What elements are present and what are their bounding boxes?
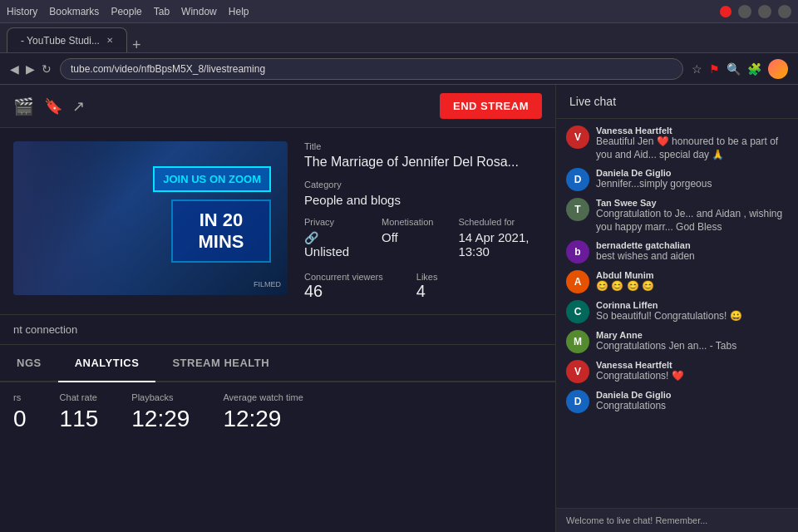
chat-avatar: D [566,168,589,191]
bookmark-icon[interactable]: 🔖 [44,97,62,116]
browser-notification-icon [720,6,732,17]
chat-content: bernadette gatchalian best wishes and ai… [596,240,788,264]
analytics-avg-watch: Average watch time 12:29 [223,392,303,432]
toolbar-icons: ☆ ⚑ 🔍 🧩 [692,59,788,79]
chat-text: Congratulations Jen an... - Tabs [596,340,788,353]
browser-icon-4 [778,5,791,18]
refresh-button[interactable]: ↻ [42,62,52,76]
star-icon[interactable]: ☆ [692,62,702,76]
stream-title: The Marriage of Jennifer Del Rosa... [304,155,542,170]
mins-line2: MINS [181,231,261,253]
chat-content: Vanessa Heartfelt Congratulations! ❤️ [596,360,788,383]
chat-username: Corinna Liffen [596,300,788,310]
analytics-section: rs 0 Chat rate 115 Playbacks 12:29 Avera… [0,382,555,442]
likes-item: Likes 4 [416,272,438,301]
chat-content: Daniela De Giglio Jennifer...simply gorg… [596,168,788,191]
share-icon[interactable]: ↗ [72,97,85,116]
tab-close-button[interactable]: ✕ [106,36,113,45]
chat-content: Corinna Liffen So beautiful! Congratulat… [596,300,788,323]
film-icon[interactable]: 🎬 [13,96,34,116]
chat-message: T Tan Swee Say Congratulation to Je... a… [566,198,788,234]
chat-messages[interactable]: V Vanessa Heartfelt Beautiful Jen ❤️ hon… [556,119,798,508]
analytics-chat-rate: Chat rate 115 [60,392,99,432]
tab-analytics[interactable]: ANALYTICS [58,345,156,381]
browser-icon-2 [738,5,751,18]
address-bar: ◀ ▶ ↻ ☆ ⚑ 🔍 🧩 [0,53,798,85]
scheduled-value: 14 Apr 2021, 13:30 [458,230,542,259]
person-silhouette [13,141,130,295]
chat-message: A Abdul Munim 😊 😊 😊 😊 [566,270,788,293]
browser-chrome: History Bookmarks People Tab Window Help [0,0,798,23]
live-chat-header: Live chat [556,85,798,119]
chat-message: b bernadette gatchalian best wishes and … [566,240,788,264]
menu-history[interactable]: History [7,6,37,17]
chat-message: C Corinna Liffen So beautiful! Congratul… [566,300,788,323]
chat-avatar: V [566,360,589,383]
scheduled-label: Scheduled for [458,217,542,227]
avg-watch-label: Average watch time [223,392,303,402]
menu-help[interactable]: Help [229,6,249,17]
chat-username: Vanessa Heartfelt [596,126,788,135]
chat-username: bernadette gatchalian [596,240,788,250]
thumbnail-mins-text: IN 20 MINS [171,200,271,263]
forward-button[interactable]: ▶ [26,62,35,76]
chat-content: Mary Anne Congratulations Jen an... - Ta… [596,330,788,353]
chat-rate-value: 115 [60,406,99,432]
tab-ngs[interactable]: NGS [0,345,58,381]
browser-icon-3 [758,5,771,18]
chat-username: Abdul Munim [596,270,788,280]
stream-details: Title The Marriage of Jennifer Del Rosa.… [304,141,542,301]
chat-text: Jennifer...simply gorgeous [596,178,788,191]
menu-people[interactable]: People [111,6,141,17]
welcome-bar: Welcome to live chat! Remember... [556,508,798,532]
thumbnail-logo: FILMED [254,280,281,288]
chat-text: best wishes and aiden [596,250,788,264]
scheduled-item: Scheduled for 14 Apr 2021, 13:30 [458,217,542,259]
tab-stream-health[interactable]: STREAM HEALTH [155,345,286,381]
left-panel: 🎬 🔖 ↗ END STREAM JOIN US ON ZOOM IN 20 M… [0,85,555,532]
chat-avatar: T [566,198,589,221]
privacy-label: Privacy [304,217,357,227]
main-content: 🎬 🔖 ↗ END STREAM JOIN US ON ZOOM IN 20 M… [0,85,798,532]
extension-icon-1[interactable]: ⚑ [709,62,720,76]
meta-row: Privacy 🔗 Unlisted Monetisation Off Sche… [304,217,542,259]
chat-avatar: b [566,240,589,264]
end-stream-button[interactable]: END STREAM [440,93,542,119]
chat-message: M Mary Anne Congratulations Jen an... - … [566,330,788,353]
avg-watch-value: 12:29 [223,406,303,432]
monetisation-label: Monetisation [382,217,433,227]
new-tab-button[interactable]: + [132,37,141,52]
chat-text: Congratulation to Je... and Aidan , wish… [596,208,788,234]
chat-avatar: D [566,390,589,413]
back-button[interactable]: ◀ [10,62,19,76]
stream-category: People and blogs [304,193,542,207]
address-input[interactable] [60,58,683,80]
menu-bookmarks[interactable]: Bookmarks [49,6,99,17]
chat-content: Vanessa Heartfelt Beautiful Jen ❤️ honou… [596,126,788,161]
menu-window[interactable]: Window [181,6,217,17]
extension-icon-2[interactable]: 🔍 [727,62,741,76]
likes-label: Likes [416,272,438,282]
chat-avatar: A [566,270,589,293]
user-avatar[interactable] [768,59,788,79]
monetisation-item: Monetisation Off [382,217,433,259]
chat-text: 😊 😊 😊 😊 [596,280,788,293]
browser-menu: History Bookmarks People Tab Window Help [7,6,249,17]
puzzle-icon[interactable]: 🧩 [747,62,761,76]
link-icon: 🔗 [304,231,318,244]
chat-rate-label: Chat rate [60,392,99,402]
chat-message: V Vanessa Heartfelt Beautiful Jen ❤️ hon… [566,126,788,161]
active-tab[interactable]: - YouTube Studi... ✕ [7,27,127,52]
stream-thumbnail: JOIN US ON ZOOM IN 20 MINS FILMED [13,141,288,295]
menu-tab[interactable]: Tab [154,6,170,17]
tab-bar: - YouTube Studi... ✕ + [0,23,798,53]
monetisation-value: Off [382,230,433,244]
chat-message: D Daniela De Giglio Jennifer...simply go… [566,168,788,191]
privacy-item: Privacy 🔗 Unlisted [304,217,357,259]
concurrent-viewers-item: Concurrent viewers 46 [304,272,383,301]
stream-stats: Concurrent viewers 46 Likes 4 [304,272,542,301]
browser-right-icons [720,5,791,18]
chat-text: Congratulations! ❤️ [596,370,788,383]
stream-info-section: JOIN US ON ZOOM IN 20 MINS FILMED Title … [0,128,555,315]
nav-buttons: ◀ ▶ ↻ [10,62,52,76]
